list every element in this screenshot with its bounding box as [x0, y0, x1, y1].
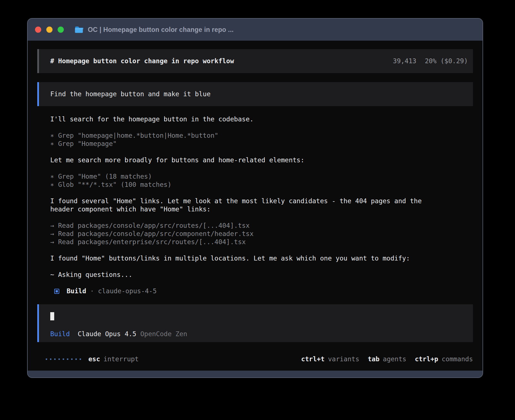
tool-call-group: ∗ Grep "homepage|home.*button|Home.*butt…	[50, 132, 473, 148]
spinner-dot	[50, 358, 51, 360]
session-header: # Homepage button color change in repo w…	[37, 49, 473, 73]
prompt-agent: Build	[50, 330, 70, 338]
hint-label: commands	[442, 355, 473, 363]
assistant-text-group: I'll search for the homepage button in t…	[50, 115, 473, 123]
spinner-dot	[54, 358, 56, 360]
spinner-dot	[63, 358, 64, 360]
spinner-dot	[75, 358, 77, 360]
context-usage: 20% ($0.29)	[425, 57, 468, 65]
hint-label: interrupt	[104, 355, 139, 363]
status-bar: escinterrupt ctrl+tvariantstabagentsctrl…	[37, 355, 473, 363]
tool-call-line: → Read packages/console/app/src/componen…	[50, 230, 473, 238]
terminal-window: OC | Homepage button color change in rep…	[27, 18, 483, 378]
text-cursor	[50, 312, 54, 320]
folder-icon	[75, 26, 83, 33]
hint-key: ctrl+p	[415, 355, 438, 363]
spinner-dot	[71, 358, 73, 360]
token-count: 39,413	[393, 57, 416, 65]
conversation: I'll search for the homepage button in t…	[50, 106, 473, 279]
assistant-text-line: I'll search for the homepage button in t…	[50, 115, 473, 123]
terminal-content: # Homepage button color change in repo w…	[28, 41, 483, 371]
traffic-lights	[35, 27, 64, 33]
left-hints: escinterrupt	[88, 355, 139, 363]
spinner-dots	[46, 358, 81, 360]
hint-label: variants	[328, 355, 359, 363]
assistant-text-group: I found several "Home" links. Let me loo…	[50, 197, 473, 213]
tool-call-group: → Read packages/console/app/src/routes/[…	[50, 222, 473, 246]
assistant-text-line: Let me search more broadly for buttons a…	[50, 156, 473, 164]
prompt-model: Claude Opus 4.5	[78, 330, 136, 338]
titlebar: OC | Homepage button color change in rep…	[28, 19, 483, 41]
spinner-dot	[67, 358, 68, 360]
assistant-text-group: I found "Home" buttons/links in multiple…	[50, 254, 473, 262]
prompt-meta: Build Claude Opus 4.5 OpenCode Zen	[50, 330, 468, 338]
session-title: # Homepage button color change in repo w…	[50, 57, 234, 65]
assistant-text-line: ~ Asking questions...	[50, 271, 473, 279]
user-message: Find the homepage button and make it blu…	[37, 82, 473, 106]
agent-name: Build	[67, 287, 86, 295]
tool-call-line: → Read packages/enterprise/src/routes/[.…	[50, 238, 473, 246]
assistant-text-line: I found several "Home" links. Let me loo…	[50, 197, 473, 205]
keyboard-hint: escinterrupt	[88, 355, 139, 363]
tool-call-line: ∗ Grep "homepage|home.*button|Home.*butt…	[50, 132, 473, 140]
zoom-button[interactable]	[58, 27, 64, 33]
prompt-provider: OpenCode Zen	[140, 330, 187, 338]
hint-label: agents	[383, 355, 406, 363]
agent-status: Build · claude-opus-4-5	[54, 287, 473, 295]
right-hints: ctrl+tvariantstabagentsctrl+pcommands	[301, 355, 473, 363]
assistant-text-line: header component which have "Home" links…	[50, 205, 473, 213]
spinner-dot	[80, 358, 81, 360]
keyboard-hint: ctrl+pcommands	[415, 355, 473, 363]
spinner-dot	[58, 358, 60, 360]
tool-call-line: ∗ Grep "Home" (18 matches)	[50, 172, 473, 181]
hint-key: esc	[88, 355, 100, 363]
keyboard-hint: ctrl+tvariants	[301, 355, 359, 363]
agent-icon	[54, 289, 59, 294]
window-title: OC | Homepage button color change in rep…	[88, 26, 234, 34]
prompt-input[interactable]: Build Claude Opus 4.5 OpenCode Zen	[37, 304, 473, 342]
keyboard-hint: tabagents	[368, 355, 406, 363]
window-bottom-chrome	[28, 371, 483, 377]
assistant-text-group: Let me search more broadly for buttons a…	[50, 156, 473, 164]
hint-key: ctrl+t	[301, 355, 325, 363]
session-stats: 39,413 20% ($0.29)	[393, 57, 468, 65]
close-button[interactable]	[35, 27, 41, 33]
agent-separator: ·	[90, 287, 94, 295]
tool-call-line: ∗ Glob "**/*.tsx" (100 matches)	[50, 181, 473, 189]
tool-call-line: → Read packages/console/app/src/routes/[…	[50, 222, 473, 230]
assistant-text-line: I found "Home" buttons/links in multiple…	[50, 254, 473, 262]
minimize-button[interactable]	[46, 27, 53, 33]
user-message-text: Find the homepage button and make it blu…	[50, 90, 211, 98]
assistant-text-group: ~ Asking questions...	[50, 271, 473, 279]
tool-call-line: ∗ Grep "Homepage"	[50, 140, 473, 148]
tool-call-group: ∗ Grep "Home" (18 matches)∗ Glob "**/*.t…	[50, 172, 473, 189]
model-name: claude-opus-4-5	[98, 287, 157, 295]
spinner-dot	[46, 358, 47, 360]
hint-key: tab	[368, 355, 379, 363]
